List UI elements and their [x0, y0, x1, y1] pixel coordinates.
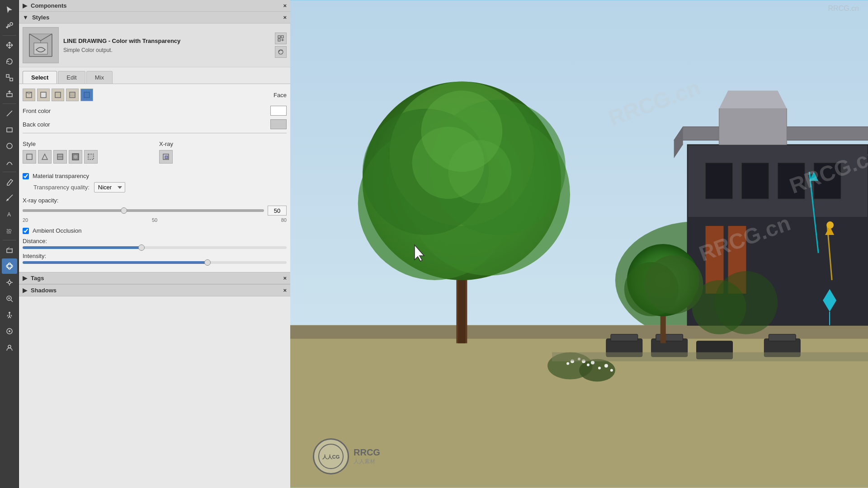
tags-section: ▶ Tags × [19, 272, 290, 284]
shadows-close[interactable]: × [283, 287, 287, 294]
front-color-swatch[interactable] [270, 106, 287, 116]
tab-select[interactable]: Select [23, 71, 57, 84]
rrcg-text-logo: RRCG [354, 447, 380, 458]
toolbar-position-camera[interactable] [2, 340, 17, 355]
toolbar-orbit[interactable] [2, 258, 17, 274]
style-tabs-bar: Select Edit Mix [19, 67, 290, 84]
style-mode-1[interactable] [23, 150, 36, 164]
toolbar-pan[interactable] [2, 275, 17, 290]
svg-point-106 [421, 91, 503, 172]
tab-mix[interactable]: Mix [86, 71, 113, 84]
ambient-occlusion-checkbox[interactable] [23, 228, 29, 234]
xray-opacity-track[interactable] [23, 209, 264, 212]
xray-mode-label: X-ray [159, 141, 287, 147]
tags-section-header[interactable]: ▶ Tags × [19, 272, 290, 284]
svg-rect-84 [769, 334, 796, 341]
material-transparency-checkbox[interactable] [23, 173, 29, 179]
svg-rect-97 [458, 280, 465, 343]
shadows-chevron: ▶ [23, 287, 27, 294]
front-color-row: Front color [23, 106, 287, 116]
tags-chevron: ▶ [23, 275, 27, 282]
shadows-section-header[interactable]: ▶ Shadows × [19, 285, 290, 296]
face-textured-btn[interactable] [66, 89, 79, 101]
xray-icon-row [159, 150, 287, 164]
style-mode-2[interactable] [38, 150, 52, 164]
toolbar-eraser[interactable] [2, 174, 17, 189]
face-row: Face [23, 89, 287, 101]
style-xray-cols: Style [23, 136, 287, 168]
xray-mode-btn[interactable] [159, 150, 173, 164]
tags-close[interactable]: × [283, 275, 287, 282]
back-color-row: Back color [23, 119, 287, 129]
transparency-quality-label: Transparency quality: [33, 184, 90, 191]
style-mode-4[interactable] [69, 150, 82, 164]
svg-point-94 [604, 364, 608, 368]
face-hiddenline-btn[interactable] [37, 89, 50, 101]
svg-rect-43 [84, 92, 90, 98]
style-mode-icons-row [23, 150, 150, 164]
toolbar-circle[interactable] [2, 138, 17, 154]
toolbar-section[interactable] [2, 242, 17, 258]
svg-rect-38 [41, 92, 46, 98]
intensity-thumb[interactable] [204, 259, 211, 266]
shadows-title: Shadows [31, 287, 57, 294]
style-thumbnail[interactable] [23, 27, 59, 63]
toolbar-pushpull[interactable] [2, 86, 17, 102]
face-mode-icons [23, 89, 93, 101]
xray-opacity-value[interactable]: 50 [268, 206, 287, 216]
distance-slider-track[interactable] [23, 246, 287, 249]
update-style-btn[interactable] [275, 46, 287, 58]
style-mode-3[interactable] [53, 150, 67, 164]
svg-point-112 [715, 271, 778, 334]
toolbar-measure[interactable] [2, 190, 17, 206]
toolbar-paint[interactable] [2, 18, 17, 33]
components-title: Components [31, 2, 66, 9]
back-color-swatch[interactable] [270, 119, 287, 129]
toolbar-scale[interactable] [2, 70, 17, 85]
face-monochrome-btn[interactable] [80, 89, 93, 101]
toolbar-sep1 [3, 35, 16, 36]
toolbar-arc[interactable] [2, 155, 17, 170]
toolbar-lookaround[interactable] [2, 324, 17, 339]
xray-opacity-label: X-ray opacity: [23, 197, 287, 204]
styles-close[interactable]: × [283, 14, 287, 21]
toolbar-3dtext[interactable]: 3Dtext [2, 223, 17, 238]
xray-opacity-thumb[interactable] [121, 207, 127, 214]
toolbar-line[interactable] [2, 106, 17, 121]
svg-point-16 [6, 264, 13, 268]
toolbar-walk[interactable] [2, 307, 17, 323]
intensity-label: Intensity: [23, 253, 287, 259]
svg-rect-52 [165, 156, 168, 159]
style-mode-5[interactable] [84, 150, 98, 164]
intensity-fill [23, 261, 208, 264]
style-action-icons [275, 33, 287, 58]
toolbar-zoom[interactable] [2, 291, 17, 306]
svg-line-20 [11, 300, 13, 302]
styles-section-header[interactable]: ▼ Styles × [19, 12, 290, 23]
svg-point-9 [7, 199, 9, 201]
svg-rect-4 [7, 94, 12, 97]
svg-rect-28 [34, 43, 47, 54]
tab-edit[interactable]: Edit [58, 71, 85, 84]
toolbar-rectangle[interactable] [2, 122, 17, 137]
back-color-label: Back color [23, 121, 270, 128]
styles-chevron: ▼ [23, 14, 28, 21]
toolbar-text[interactable]: A [2, 206, 17, 222]
toolbar-rotate[interactable] [2, 54, 17, 69]
edit-panel-content: Face Front color Back color Style [19, 84, 290, 272]
styles-title: Styles [32, 14, 49, 21]
face-shaded-btn[interactable] [52, 89, 64, 101]
distance-thumb[interactable] [138, 244, 145, 251]
toolbar-move[interactable] [2, 38, 17, 53]
transparency-quality-select[interactable]: Nicer Faster [94, 182, 125, 192]
viewport[interactable]: RRCG.cn RRCG.cn RRCG.cn RRCG.cn 人人CG RRC… [290, 0, 868, 488]
create-style-btn[interactable] [275, 33, 287, 44]
svg-rect-61 [741, 163, 769, 199]
top-right-rrcg: RRCG.cn [828, 5, 859, 13]
components-close[interactable]: × [283, 2, 287, 9]
face-wireframe-btn[interactable] [23, 89, 35, 101]
intensity-slider-track[interactable] [23, 261, 287, 264]
style-mode-label: Style [23, 141, 150, 147]
components-section-header[interactable]: ▶ Components × [19, 0, 290, 12]
toolbar-select[interactable] [2, 2, 17, 17]
